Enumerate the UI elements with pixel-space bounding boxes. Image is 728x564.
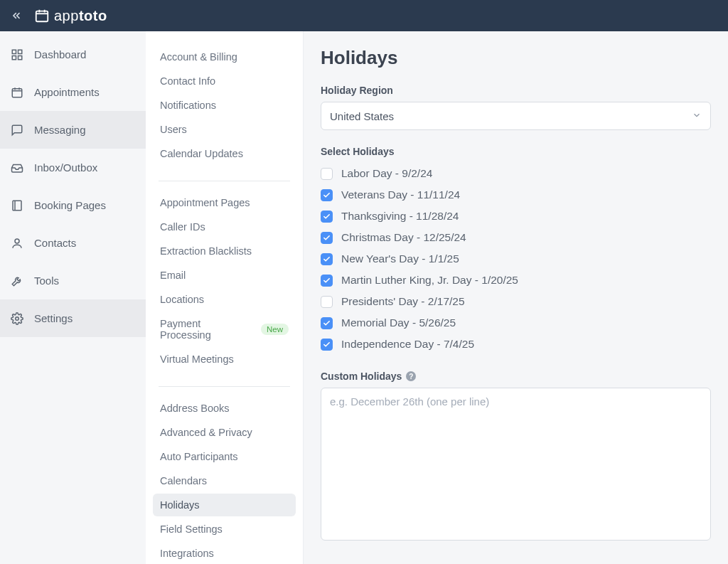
holiday-list: Labor Day - 9/2/24Veterans Day - 11/11/2… xyxy=(321,163,711,355)
custom-holidays-label: Custom Holidays ? xyxy=(321,371,711,382)
nav-item-appointments[interactable]: Appointments xyxy=(0,73,146,111)
subnav-label: Appointment Pages xyxy=(160,197,250,208)
holiday-label: New Year's Day - 1/1/25 xyxy=(341,252,459,265)
custom-holidays-textarea[interactable] xyxy=(321,388,711,541)
holiday-label: Christmas Day - 12/25/24 xyxy=(341,231,466,244)
subnav-label: Advanced & Privacy xyxy=(160,427,252,438)
subnav-item-appointment-pages[interactable]: Appointment Pages xyxy=(153,191,296,214)
subnav-label: Calendars xyxy=(160,475,207,486)
nav-item-contacts[interactable]: Contacts xyxy=(0,224,146,262)
subnav-item-integrations[interactable]: Integrations xyxy=(153,542,296,564)
holiday-label: Presidents' Day - 2/17/25 xyxy=(341,295,465,308)
nav-label: Tools xyxy=(34,275,59,287)
subnav-item-users[interactable]: Users xyxy=(153,118,296,141)
holiday-row: Presidents' Day - 2/17/25 xyxy=(321,291,711,312)
new-badge: New xyxy=(261,324,289,335)
nav-item-dashboard[interactable]: Dashboard xyxy=(0,36,146,73)
subnav-label: Locations xyxy=(160,294,204,305)
subnav-label: Extraction Blacklists xyxy=(160,245,252,257)
subnav-item-auto-participants[interactable]: Auto Participants xyxy=(153,445,296,468)
subnav-item-calendars[interactable]: Calendars xyxy=(153,469,296,492)
collapse-sidebar-button[interactable] xyxy=(9,8,24,23)
subnav-item-contact-info[interactable]: Contact Info xyxy=(153,70,296,92)
holiday-row: Christmas Day - 12/25/24 xyxy=(321,227,711,248)
subnav-item-account-billing[interactable]: Account & Billing xyxy=(153,46,296,68)
book-icon xyxy=(10,198,24,213)
holiday-checkbox[interactable] xyxy=(321,317,333,329)
svg-rect-5 xyxy=(18,50,22,53)
subnav-item-advanced-privacy[interactable]: Advanced & Privacy xyxy=(153,421,296,444)
gear-icon xyxy=(10,312,24,326)
chevron-down-icon xyxy=(692,110,702,122)
user-icon xyxy=(10,236,24,250)
holiday-label: Independence Day - 7/4/25 xyxy=(341,338,474,351)
wrench-icon xyxy=(10,274,24,288)
holiday-row: Thanksgiving - 11/28/24 xyxy=(321,206,711,227)
nav-label: Settings xyxy=(34,312,73,324)
svg-rect-0 xyxy=(36,11,48,22)
holiday-checkbox[interactable] xyxy=(321,275,333,287)
subnav-label: Notifications xyxy=(160,100,216,111)
nav-label: Booking Pages xyxy=(34,199,106,211)
holiday-checkbox[interactable] xyxy=(321,253,333,265)
holiday-checkbox[interactable] xyxy=(321,339,333,351)
subnav-label: Virtual Meetings xyxy=(160,353,234,365)
subnav-label: Integrations xyxy=(160,548,214,559)
holiday-label: Thanksgiving - 11/28/24 xyxy=(341,210,459,223)
holiday-checkbox[interactable] xyxy=(321,211,333,223)
subnav-item-field-settings[interactable]: Field Settings xyxy=(153,518,296,541)
calendar-icon xyxy=(10,85,24,100)
nav-label: Messaging xyxy=(34,124,86,136)
holiday-checkbox[interactable] xyxy=(321,189,333,201)
svg-point-14 xyxy=(15,239,19,243)
holiday-label: Martin Luther King, Jr. Day - 1/20/25 xyxy=(341,274,518,287)
holiday-label: Labor Day - 9/2/24 xyxy=(341,167,432,180)
svg-rect-7 xyxy=(18,55,22,59)
subnav-label: Contact Info xyxy=(160,75,215,87)
subnav-item-virtual-meetings[interactable]: Virtual Meetings xyxy=(153,348,296,371)
nav-item-booking-pages[interactable]: Booking Pages xyxy=(0,186,146,224)
svg-point-15 xyxy=(16,316,19,320)
holiday-checkbox[interactable] xyxy=(321,232,333,244)
subnav-label: Users xyxy=(160,124,187,135)
holiday-row: Veterans Day - 11/11/24 xyxy=(321,184,711,206)
nav-label: Dashboard xyxy=(34,48,86,60)
nav-label: Inbox/Outbox xyxy=(34,161,97,174)
nav-item-messaging[interactable]: Messaging xyxy=(0,111,146,149)
holiday-row: Martin Luther King, Jr. Day - 1/20/25 xyxy=(321,270,711,291)
subnav-item-notifications[interactable]: Notifications xyxy=(153,94,296,117)
subnav-label: Holidays xyxy=(160,499,200,511)
brand-pre: app xyxy=(54,8,79,23)
svg-rect-4 xyxy=(12,50,16,53)
subnav-label: Field Settings xyxy=(160,523,223,535)
svg-rect-12 xyxy=(13,201,21,211)
settings-subnav: Account & BillingContact InfoNotificatio… xyxy=(146,31,304,564)
help-icon[interactable]: ? xyxy=(406,371,416,381)
subnav-item-address-books[interactable]: Address Books xyxy=(153,397,296,420)
subnav-label: Caller IDs xyxy=(160,221,205,233)
brand-bold: toto xyxy=(79,8,107,23)
subnav-label: Payment Processing xyxy=(160,318,254,341)
subnav-label: Email xyxy=(160,270,186,281)
subnav-item-email[interactable]: Email xyxy=(153,264,296,287)
subnav-item-payment-processing[interactable]: Payment ProcessingNew xyxy=(153,312,296,346)
holiday-row: Memorial Day - 5/26/25 xyxy=(321,312,711,334)
subnav-item-caller-ids[interactable]: Caller IDs xyxy=(153,216,296,238)
nav-item-settings[interactable]: Settings xyxy=(0,299,146,337)
subnav-item-locations[interactable]: Locations xyxy=(153,288,296,311)
primary-nav: DashboardAppointmentsMessagingInbox/Outb… xyxy=(0,31,146,564)
nav-item-tools[interactable]: Tools xyxy=(0,262,146,299)
svg-rect-8 xyxy=(12,88,22,97)
holiday-checkbox[interactable] xyxy=(321,296,333,308)
holiday-label: Memorial Day - 5/26/25 xyxy=(341,316,456,329)
subnav-item-calendar-updates[interactable]: Calendar Updates xyxy=(153,142,296,165)
subnav-item-holidays[interactable]: Holidays xyxy=(153,494,296,516)
nav-item-inbox-outbox[interactable]: Inbox/Outbox xyxy=(0,149,146,186)
page-title: Holidays xyxy=(321,47,711,69)
subnav-item-extraction-blacklists[interactable]: Extraction Blacklists xyxy=(153,240,296,262)
region-select[interactable]: United States xyxy=(321,102,711,130)
select-holidays-label: Select Holidays xyxy=(321,146,711,157)
region-selected-value: United States xyxy=(330,110,394,122)
holiday-checkbox[interactable] xyxy=(321,168,333,180)
brand-logo[interactable]: apptoto xyxy=(34,8,107,24)
